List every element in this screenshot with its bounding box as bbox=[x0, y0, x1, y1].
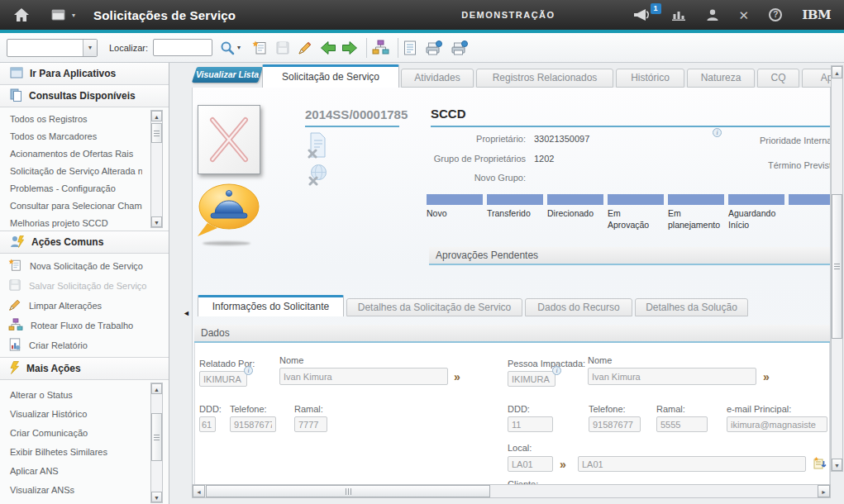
pending-approvals-section[interactable]: Aprovações Pendentes bbox=[429, 247, 830, 265]
reported-by-detail-chevron-icon[interactable]: » bbox=[454, 371, 460, 383]
scrollbar-thumb[interactable] bbox=[151, 123, 162, 143]
subtab-solution-details[interactable]: Detalhes da Solução bbox=[635, 298, 748, 316]
collapse-sidebar-icon[interactable]: ◄ bbox=[183, 309, 190, 317]
action-route-workflow[interactable]: Rotear Fluxo de Trabalho bbox=[0, 316, 169, 335]
subtab-request-details[interactable]: Detalhes da Solicitação de Servico bbox=[346, 298, 522, 316]
action-create-report[interactable]: Criar Relatório bbox=[0, 335, 169, 355]
sidebar-section-more-actions[interactable]: Mais Ações bbox=[0, 358, 169, 380]
more-actions-scrollbar[interactable]: ▲ ▼ bbox=[150, 383, 163, 503]
detail-menu-icon[interactable] bbox=[813, 456, 827, 473]
reported-ddd-input[interactable] bbox=[199, 416, 216, 432]
search-icon[interactable] bbox=[220, 40, 235, 55]
query-item[interactable]: Acionamentos de Ofertas Rais bbox=[0, 145, 142, 163]
local-input[interactable] bbox=[508, 456, 553, 472]
scroll-left-icon[interactable]: ◄ bbox=[193, 485, 205, 497]
query-list-scrollbar[interactable]: ▲ ▼ bbox=[150, 110, 163, 228]
clear-changes-icon[interactable] bbox=[298, 40, 312, 55]
action-view-slas[interactable]: Visualizar ANSs bbox=[0, 481, 142, 500]
scroll-right-icon[interactable]: ► bbox=[818, 485, 830, 497]
tab-activities[interactable]: Atividades bbox=[401, 69, 474, 88]
new-record-icon[interactable] bbox=[252, 40, 268, 55]
reported-ext-input[interactable] bbox=[294, 416, 327, 432]
queries-label: Consultas Disponíveis bbox=[29, 90, 136, 102]
action-view-history[interactable]: Visualizar Histórico bbox=[0, 405, 142, 424]
tab-related-records[interactable]: Registros Relacionados bbox=[476, 69, 613, 88]
print-with-attachments-icon[interactable] bbox=[451, 40, 468, 55]
affected-person-input[interactable] bbox=[508, 371, 556, 387]
scrollbar-thumb[interactable] bbox=[206, 485, 490, 497]
sidebar-splitter[interactable]: ◄ bbox=[170, 63, 191, 504]
announcements-icon[interactable]: 1 bbox=[633, 8, 651, 21]
logout-icon[interactable]: ✕ bbox=[739, 9, 750, 21]
reported-phone-input[interactable] bbox=[230, 416, 276, 432]
help-icon[interactable]: ? bbox=[769, 8, 782, 21]
query-item[interactable]: Consultar para Selecionar Chama... bbox=[0, 197, 142, 215]
action-label: Nova Solicitação de Serviço bbox=[30, 261, 143, 271]
scroll-up-icon[interactable]: ▲ bbox=[151, 111, 162, 121]
reports-chart-icon[interactable] bbox=[671, 9, 686, 21]
previous-record-icon[interactable] bbox=[320, 40, 336, 55]
applications-caret-icon[interactable]: ▾ bbox=[72, 12, 75, 19]
applications-icon[interactable] bbox=[51, 8, 67, 21]
query-item[interactable]: Problemas - Configuração bbox=[0, 180, 142, 197]
search-caret-icon[interactable]: ▾ bbox=[237, 44, 241, 51]
affected-person-detail-chevron-icon[interactable]: » bbox=[763, 371, 770, 383]
local-detail-chevron-icon[interactable]: » bbox=[560, 459, 566, 470]
query-item[interactable]: Solicitação de Serviço Alterada n... bbox=[0, 163, 142, 180]
query-item[interactable]: Todos os Registros bbox=[0, 111, 142, 128]
find-input[interactable] bbox=[153, 39, 212, 56]
scroll-down-icon[interactable]: ▼ bbox=[151, 492, 162, 502]
reported-by-input[interactable] bbox=[199, 371, 247, 387]
vertical-scrollbar[interactable]: ▲ ▼ bbox=[831, 65, 843, 472]
reports-icon[interactable] bbox=[403, 40, 417, 55]
tab-service-request[interactable]: Solicitação de Serviço bbox=[262, 64, 399, 88]
tab-nature[interactable]: Natureza bbox=[687, 69, 755, 88]
query-item[interactable]: Todos os Marcadores bbox=[0, 128, 142, 145]
sidebar-section-common-actions[interactable]: Ações Comuns bbox=[0, 231, 169, 254]
subtab-resource-data[interactable]: Dados do Recurso bbox=[525, 298, 632, 316]
action-select-deselect-slas[interactable]: Marcar/Desmarcar ANSs bbox=[0, 500, 142, 504]
scroll-down-icon[interactable]: ▼ bbox=[151, 216, 162, 227]
tab-cq[interactable]: CQ bbox=[757, 69, 799, 88]
action-new-service-request[interactable]: Nova Solicitação de Serviço bbox=[0, 256, 169, 276]
scroll-up-icon[interactable]: ▲ bbox=[151, 383, 162, 394]
scrollbar-thumb[interactable] bbox=[151, 413, 162, 461]
affected-ext-input[interactable] bbox=[656, 416, 708, 432]
subtab-requester-info[interactable]: Informações do Solicitante bbox=[198, 295, 344, 316]
affected-phone-input[interactable] bbox=[589, 416, 641, 432]
action-show-similar-tickets[interactable]: Exibir Bilhetes Similares bbox=[0, 443, 142, 462]
affected-ddd-input[interactable] bbox=[508, 416, 553, 432]
tab-view-list[interactable]: Visualizar Lista bbox=[192, 67, 263, 83]
query-select-caret-icon[interactable]: ▾ bbox=[83, 40, 97, 56]
local-description-input[interactable] bbox=[578, 456, 806, 472]
info-icon[interactable]: i bbox=[552, 366, 561, 375]
route-workflow-icon[interactable] bbox=[372, 40, 389, 55]
info-icon[interactable]: i bbox=[713, 128, 722, 137]
attachment-broken-image[interactable] bbox=[198, 105, 260, 174]
query-item[interactable]: Melhorias projeto SCCD bbox=[0, 215, 142, 231]
query-select[interactable]: ▾ bbox=[7, 39, 98, 57]
sidebar-item-go-to-applications[interactable]: Ir Para Aplicativos bbox=[0, 63, 169, 85]
sidebar-section-available-queries[interactable]: Consultas Disponíveis bbox=[0, 85, 169, 107]
action-change-status[interactable]: Alterar o Status bbox=[0, 386, 142, 405]
email-input[interactable] bbox=[727, 416, 827, 432]
horizontal-scrollbar[interactable]: ◄ ► bbox=[192, 484, 831, 498]
action-clear-changes[interactable]: Limpar Alterações bbox=[0, 296, 169, 316]
action-create-communication[interactable]: Criar Comunicação bbox=[0, 424, 142, 443]
home-icon[interactable] bbox=[13, 7, 30, 22]
next-record-icon[interactable] bbox=[341, 40, 358, 55]
globe-missing-icon[interactable] bbox=[308, 164, 328, 189]
print-icon[interactable] bbox=[425, 40, 442, 55]
scroll-up-icon[interactable]: ▲ bbox=[832, 66, 842, 78]
tab-ap-clipped[interactable]: Ap bbox=[802, 69, 831, 88]
data-section-header[interactable]: Dados bbox=[194, 325, 830, 343]
scrollbar-thumb[interactable] bbox=[832, 194, 842, 339]
reported-name-input[interactable] bbox=[279, 368, 448, 385]
scroll-down-icon[interactable]: ▼ bbox=[832, 459, 842, 471]
tab-history[interactable]: Histórico bbox=[616, 69, 684, 88]
document-missing-icon[interactable] bbox=[308, 132, 327, 162]
profile-icon[interactable] bbox=[706, 8, 719, 21]
action-apply-sla[interactable]: Aplicar ANS bbox=[0, 462, 142, 481]
affected-name-input[interactable] bbox=[588, 368, 756, 385]
info-icon[interactable]: i bbox=[244, 366, 253, 375]
